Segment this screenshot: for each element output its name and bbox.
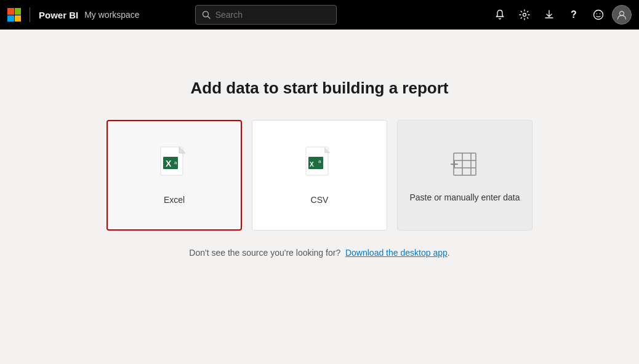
excel-card[interactable]: X a Excel xyxy=(107,120,242,231)
svg-point-2 xyxy=(523,14,526,17)
excel-icon: X a xyxy=(158,146,190,185)
svg-text:X: X xyxy=(166,159,172,168)
footer: Don't see the source you're looking for?… xyxy=(189,248,449,258)
avatar-icon xyxy=(616,9,627,20)
svg-text:a: a xyxy=(174,160,177,165)
topbar-icons: ? xyxy=(489,4,632,26)
topbar-divider xyxy=(30,7,30,22)
svg-point-4 xyxy=(597,14,598,15)
csv-icon: X a xyxy=(303,146,336,185)
paste-card[interactable]: Paste or manually enter data xyxy=(397,120,532,231)
settings-button[interactable] xyxy=(513,4,536,26)
footer-period: . xyxy=(448,248,450,258)
main-content: Add data to start building a report X a xyxy=(0,30,639,364)
search-box[interactable] xyxy=(195,5,337,25)
csv-card[interactable]: X a CSV xyxy=(252,120,387,231)
svg-text:X: X xyxy=(310,161,314,168)
workspace-name: My workspace xyxy=(84,10,139,20)
help-button[interactable]: ? xyxy=(563,4,585,26)
csv-label: CSV xyxy=(306,195,334,205)
avatar-button[interactable] xyxy=(612,5,632,25)
svg-line-1 xyxy=(207,17,210,19)
search-input[interactable] xyxy=(215,10,330,20)
help-icon: ? xyxy=(571,9,577,20)
search-icon xyxy=(202,10,211,19)
page-title: Add data to start building a report xyxy=(191,79,449,98)
data-source-cards: X a Excel X a CSV xyxy=(107,120,532,231)
download-icon xyxy=(544,9,555,20)
paste-icon xyxy=(449,148,481,183)
footer-text: Don't see the source you're looking for? xyxy=(189,248,340,258)
microsoft-logo xyxy=(7,8,21,22)
smiley-icon xyxy=(593,9,604,20)
product-name: Power BI xyxy=(39,10,78,20)
download-button[interactable] xyxy=(538,4,560,26)
svg-point-5 xyxy=(600,14,601,15)
svg-text:a: a xyxy=(318,159,321,164)
excel-label: Excel xyxy=(159,195,190,205)
bell-icon xyxy=(494,9,505,20)
notifications-button[interactable] xyxy=(489,4,511,26)
paste-label: Paste or manually enter data xyxy=(405,192,525,202)
download-link[interactable]: Download the desktop app xyxy=(345,248,448,258)
topbar: Power BI My workspace xyxy=(0,0,639,30)
svg-point-3 xyxy=(594,10,603,20)
feedback-button[interactable] xyxy=(587,4,609,26)
gear-icon xyxy=(519,9,530,20)
